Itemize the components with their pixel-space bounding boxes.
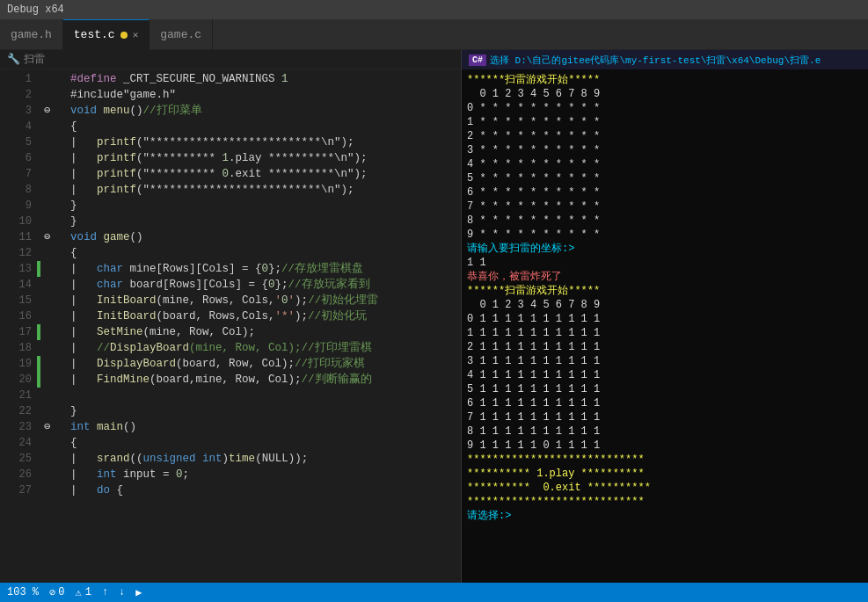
status-nav-down[interactable]: ↓	[119, 586, 125, 598]
terminal-line: 1 1	[467, 256, 863, 270]
terminal-line: ******扫雷游戏开始*****	[467, 284, 863, 298]
code-line: ⊖ void game()	[37, 229, 461, 245]
terminal-line: 4 1 1 1 1 1 1 1 1 1 1	[467, 368, 863, 382]
up-arrow-icon: ↑	[102, 586, 108, 598]
terminal-line: 0 1 2 3 4 5 6 7 8 9	[467, 87, 863, 101]
editor-panel: 🔧 扫雷 12345678910111213141516171819202122…	[0, 50, 462, 583]
code-line: | InitBoard(mine, Rows, Cols,'0');//初始化埋…	[37, 293, 461, 308]
terminal-line: 3 1 1 1 1 1 1 1 1 1 1	[467, 354, 863, 368]
title-text: Debug x64	[7, 4, 64, 16]
terminal-path: 选择 D:\自己的gitee代码库\my-first-test\扫雷\x64\D…	[490, 54, 821, 67]
tab-bar: game.h test.c ✕ game.c	[0, 19, 868, 50]
code-line: | printf("**************************\n")…	[37, 182, 461, 198]
breadcrumb: 🔧 扫雷	[0, 50, 461, 69]
code-line	[37, 388, 461, 403]
code-line: | do {	[37, 482, 461, 498]
terminal-line: 4 * * * * * * * * * *	[467, 157, 863, 171]
title-bar: Debug x64	[0, 0, 868, 19]
code-line: | //DisplayBoard(mine, Row, Col);//打印埋雷棋	[37, 340, 461, 356]
code-line: ⊖ void menu()//打印菜单	[37, 103, 461, 119]
tab-game-h[interactable]: game.h	[0, 19, 63, 50]
terminal-content[interactable]: ******扫雷游戏开始***** 0 1 2 3 4 5 6 7 8 90 *…	[462, 69, 868, 583]
terminal-line: 5 * * * * * * * * * *	[467, 171, 863, 185]
terminal-line: 请输入要扫雷的坐标:>	[467, 242, 863, 256]
status-errors[interactable]: ⊘ 0	[49, 586, 64, 599]
breadcrumb-text: 扫雷	[24, 52, 45, 67]
terminal-line: 5 1 1 1 1 1 1 1 1 1 1	[467, 382, 863, 396]
terminal-line: 2 * * * * * * * * * *	[467, 129, 863, 143]
collapse-icon: ▶	[135, 586, 142, 599]
terminal-line: ********** 0.exit **********	[467, 481, 863, 495]
code-line: }	[37, 214, 461, 229]
tab-game-c[interactable]: game.c	[150, 19, 213, 50]
close-icon[interactable]: ✕	[133, 29, 139, 40]
warning-count: 1	[85, 586, 91, 598]
status-collapse[interactable]: ▶	[135, 586, 142, 599]
code-line: }	[37, 403, 461, 419]
code-line: | char board[Rows][Cols] = {0};//存放玩家看到	[37, 277, 461, 293]
error-count: 0	[58, 586, 64, 598]
code-line: #define _CRT_SECURE_NO_WARNINGS 1	[37, 71, 461, 87]
terminal-line: 2 1 1 1 1 1 1 1 1 1 1	[467, 340, 863, 354]
tab-game-h-label: game.h	[11, 28, 52, 41]
terminal-line: 7 1 1 1 1 1 1 1 1 1 1	[467, 410, 863, 424]
code-line: | SetMine(mine, Row, Col);	[37, 324, 461, 340]
terminal-line: ****************************	[467, 453, 863, 467]
tab-test-c-label: test.c	[74, 28, 115, 41]
tab-game-c-label: game.c	[160, 28, 201, 41]
terminal-title: C# 选择 D:\自己的gitee代码库\my-first-test\扫雷\x6…	[462, 50, 868, 69]
code-line: {	[37, 245, 461, 261]
terminal-line: 恭喜你，被雷炸死了	[467, 270, 863, 284]
status-zoom: 103 %	[7, 586, 39, 598]
cs-badge: C#	[469, 54, 486, 66]
terminal-line: 9 * * * * * * * * * *	[467, 228, 863, 242]
code-line: | FindMine(board,mine, Row, Col);//判断输赢的	[37, 372, 461, 388]
terminal-line: ****************************	[467, 495, 863, 509]
code-line: {	[37, 119, 461, 134]
code-content: #define _CRT_SECURE_NO_WARNINGS 1 #inclu…	[37, 69, 461, 583]
terminal-line: ******扫雷游戏开始*****	[467, 73, 863, 87]
code-line: }	[37, 198, 461, 214]
terminal-line: 0 * * * * * * * * * *	[467, 101, 863, 115]
error-icon: ⊘	[49, 586, 55, 599]
terminal-line: 0 1 1 1 1 1 1 1 1 1 1	[467, 312, 863, 326]
code-line: #include"game.h"	[37, 87, 461, 103]
line-numbers: 1234567891011121314151617181920212223242…	[0, 69, 37, 583]
status-warnings[interactable]: ⚠ 1	[75, 586, 91, 599]
status-bar: 103 % ⊘ 0 ⚠ 1 ↑ ↓ ▶	[0, 583, 868, 602]
status-nav-up[interactable]: ↑	[102, 586, 108, 598]
terminal-line: 1 1 1 1 1 1 1 1 1 1 1	[467, 326, 863, 340]
terminal-line: 6 * * * * * * * * * *	[467, 185, 863, 199]
terminal-line: 1 * * * * * * * * * *	[467, 115, 863, 129]
tab-modified-dot	[120, 32, 128, 39]
main-content: 🔧 扫雷 12345678910111213141516171819202122…	[0, 50, 868, 583]
tab-test-c[interactable]: test.c ✕	[63, 19, 150, 50]
code-line: | printf("**************************\n")…	[37, 134, 461, 150]
terminal-panel: C# 选择 D:\自己的gitee代码库\my-first-test\扫雷\x6…	[462, 50, 868, 583]
breadcrumb-icon: 🔧	[7, 53, 20, 66]
terminal-line: 3 * * * * * * * * * *	[467, 143, 863, 157]
terminal-line: 8 1 1 1 1 1 1 1 1 1 1	[467, 424, 863, 439]
code-line: | printf("********** 0.exit **********\n…	[37, 166, 461, 182]
code-line: | int input = 0;	[37, 467, 461, 482]
terminal-line: 0 1 2 3 4 5 6 7 8 9	[467, 298, 863, 312]
code-line: | DisplayBoard(board, Row, Col);//打印玩家棋	[37, 356, 461, 372]
terminal-line: 请选择:>	[467, 509, 863, 523]
terminal-line: 8 * * * * * * * * * *	[467, 214, 863, 228]
code-line: {	[37, 435, 461, 451]
warning-icon: ⚠	[75, 586, 81, 599]
terminal-line: 6 1 1 1 1 1 1 1 1 1 1	[467, 396, 863, 410]
code-line: | srand((unsigned int)time(NULL));	[37, 451, 461, 467]
code-line: | InitBoard(board, Rows,Cols,'*');//初始化玩	[37, 308, 461, 324]
code-line: | printf("********** 1.play **********\n…	[37, 150, 461, 166]
zoom-level: 103 %	[7, 586, 39, 598]
code-line: ⊖ int main()	[37, 419, 461, 435]
terminal-line: 7 * * * * * * * * * *	[467, 199, 863, 214]
terminal-line: ********** 1.play **********	[467, 467, 863, 481]
code-line: | char mine[Rows][Cols] = {0};//存放埋雷棋盘	[37, 261, 461, 277]
down-arrow-icon: ↓	[119, 586, 125, 598]
code-area[interactable]: 1234567891011121314151617181920212223242…	[0, 69, 461, 583]
terminal-line: 9 1 1 1 1 1 0 1 1 1 1	[467, 439, 863, 453]
